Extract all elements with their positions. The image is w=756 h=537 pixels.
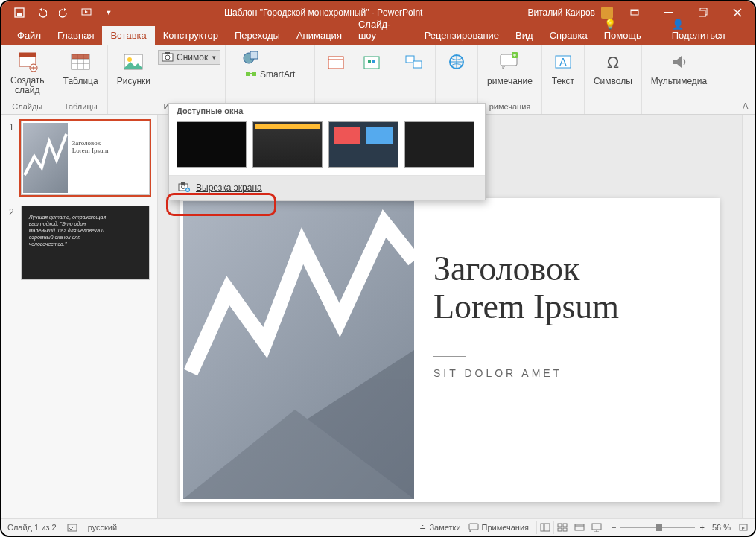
pictures-button[interactable]: Рисунки bbox=[112, 48, 155, 88]
thumbnail-panel[interactable]: 1 Заголовок Lorem Ipsum 2 Лучшая цитата,… bbox=[1, 115, 158, 518]
text-button[interactable]: A Текст bbox=[547, 48, 579, 88]
screen-clipping-button[interactable]: Вырезка экрана bbox=[169, 176, 485, 200]
sorter-view-icon[interactable] bbox=[553, 521, 570, 534]
chevron-down-icon: ▼ bbox=[211, 54, 217, 61]
zoom-level[interactable]: 56 % bbox=[712, 523, 731, 532]
notes-button[interactable]: ≐ Заметки bbox=[419, 523, 460, 533]
omega-icon: Ω bbox=[601, 50, 625, 74]
svg-rect-19 bbox=[250, 51, 258, 59]
window-thumbnail[interactable] bbox=[177, 121, 247, 168]
zoom-slider[interactable]: − + bbox=[612, 523, 705, 532]
media-button[interactable]: Мультимедиа bbox=[647, 48, 711, 88]
svg-rect-5 bbox=[664, 12, 673, 13]
svg-rect-41 bbox=[544, 524, 550, 531]
svg-point-14 bbox=[127, 57, 132, 62]
tab-view[interactable]: Вид bbox=[507, 26, 541, 45]
window-title: Шаблон "Городской монохромный" - PowerPo… bbox=[119, 7, 527, 18]
svg-rect-42 bbox=[558, 524, 562, 527]
tab-animations[interactable]: Анимация bbox=[288, 26, 350, 45]
slide-thumbnail-1[interactable]: Заголовок Lorem Ipsum bbox=[21, 121, 150, 195]
slide-image bbox=[183, 201, 414, 499]
undo-icon[interactable] bbox=[31, 4, 52, 22]
zoom-button[interactable] bbox=[398, 48, 431, 75]
group-comments: римечание римечания bbox=[478, 45, 542, 114]
store-icon bbox=[324, 50, 348, 74]
shapes-button[interactable] bbox=[242, 48, 298, 66]
addin2-button[interactable] bbox=[355, 48, 388, 75]
thumb-number: 2 bbox=[9, 206, 21, 280]
table-button[interactable]: Таблица bbox=[59, 48, 103, 88]
group-text: A Текст bbox=[542, 45, 585, 114]
svg-rect-17 bbox=[165, 52, 170, 54]
window-thumbnail[interactable] bbox=[328, 121, 398, 168]
zoom-thumb[interactable] bbox=[656, 524, 662, 531]
comments-button[interactable]: Примечания bbox=[468, 523, 530, 532]
reading-view-icon[interactable] bbox=[571, 521, 587, 534]
svg-rect-20 bbox=[246, 72, 250, 76]
normal-view-icon[interactable] bbox=[536, 521, 553, 534]
tab-review[interactable]: Рецензирование bbox=[416, 26, 507, 45]
collapse-ribbon-icon[interactable]: ᐱ bbox=[743, 101, 749, 111]
svg-text:Ω: Ω bbox=[607, 53, 619, 72]
svg-rect-21 bbox=[252, 72, 256, 76]
svg-rect-25 bbox=[372, 60, 375, 63]
tab-design[interactable]: Конструктор bbox=[155, 26, 226, 45]
slide-title[interactable]: Заголовок Lorem Ipsum bbox=[433, 250, 619, 325]
tab-insert[interactable]: Вставка bbox=[102, 26, 154, 45]
comment-button[interactable]: римечание bbox=[483, 48, 537, 88]
slide-thumbnail-2[interactable]: Лучшая цитата, отражающая ваш подход: "Э… bbox=[21, 206, 150, 280]
tab-slideshow[interactable]: Слайд-шоу bbox=[350, 15, 416, 45]
svg-rect-23 bbox=[364, 57, 379, 69]
table-icon bbox=[69, 50, 92, 74]
slideshow-view-icon[interactable] bbox=[588, 521, 604, 534]
audio-icon bbox=[667, 50, 691, 74]
tab-help[interactable]: Справка bbox=[541, 26, 596, 45]
screen-clipping-icon bbox=[178, 182, 190, 194]
ribbon-tabs: Файл Главная Вставка Конструктор Переход… bbox=[1, 24, 755, 45]
svg-rect-36 bbox=[181, 182, 185, 185]
zoom-in-icon[interactable]: + bbox=[699, 523, 704, 532]
tell-me[interactable]: 💡 Помощь bbox=[596, 15, 664, 45]
save-icon[interactable] bbox=[9, 4, 30, 22]
svg-rect-9 bbox=[19, 53, 36, 57]
slide-subtitle[interactable]: SIT DOLOR AMET bbox=[433, 356, 562, 379]
svg-rect-39 bbox=[469, 524, 478, 530]
zoom-track[interactable] bbox=[620, 527, 695, 528]
svg-rect-44 bbox=[558, 528, 562, 531]
pictures-icon bbox=[121, 50, 145, 74]
new-slide-button[interactable]: Создать слайд bbox=[6, 48, 49, 97]
slide-canvas[interactable]: Заголовок Lorem Ipsum SIT DOLOR AMET bbox=[180, 198, 720, 502]
link-button[interactable] bbox=[440, 48, 473, 75]
symbols-button[interactable]: Ω Символы bbox=[589, 48, 637, 88]
tab-file[interactable]: Файл bbox=[9, 26, 49, 45]
zoom-icon bbox=[402, 50, 426, 74]
screenshot-dropdown: Доступные окна Вырезка экрана bbox=[168, 103, 486, 200]
available-windows bbox=[169, 118, 485, 175]
spellcheck-button[interactable] bbox=[67, 522, 77, 533]
window-thumbnail[interactable] bbox=[252, 121, 323, 168]
vertical-scrollbar[interactable] bbox=[742, 115, 755, 518]
smartart-button[interactable]: SmartArt bbox=[242, 68, 298, 81]
svg-rect-43 bbox=[563, 524, 567, 527]
quick-access-toolbar: ▼ bbox=[1, 4, 119, 22]
slide-counter[interactable]: Слайд 1 из 2 bbox=[7, 523, 57, 532]
share-button[interactable]: 👤 Поделиться bbox=[664, 15, 747, 45]
qat-dropdown-icon[interactable]: ▼ bbox=[98, 4, 119, 22]
window-thumbnail[interactable] bbox=[404, 121, 474, 168]
tab-home[interactable]: Главная bbox=[49, 26, 102, 45]
fit-to-window-icon[interactable] bbox=[738, 523, 749, 532]
tab-transitions[interactable]: Переходы bbox=[226, 26, 288, 45]
svg-rect-22 bbox=[328, 57, 343, 69]
svg-rect-45 bbox=[563, 528, 567, 531]
zoom-out-icon[interactable]: − bbox=[612, 523, 616, 532]
language-button[interactable]: русский bbox=[88, 523, 117, 532]
redo-icon[interactable] bbox=[54, 4, 74, 22]
slideshow-start-icon[interactable] bbox=[76, 4, 97, 22]
svg-rect-26 bbox=[406, 56, 414, 63]
screenshot-button[interactable]: Снимок ▼ bbox=[158, 50, 220, 65]
comment-icon bbox=[498, 50, 521, 74]
textbox-icon: A bbox=[551, 50, 575, 74]
svg-rect-1 bbox=[17, 13, 22, 16]
user-name: Виталий Каиров bbox=[527, 7, 595, 18]
addin1-button[interactable] bbox=[320, 48, 352, 75]
